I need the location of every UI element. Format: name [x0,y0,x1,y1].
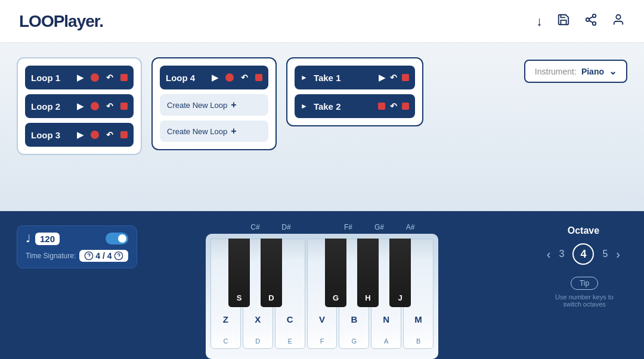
tip-section: Tip Use number keys to switch octaves [549,277,620,308]
sharp-label-d: D# [271,223,302,231]
header-icons: ↓ [536,13,625,30]
white-key-c-letter: Z [223,314,228,324]
octave-next-btn[interactable]: › [616,248,620,260]
take-1-play-btn[interactable]: ▶ [379,73,385,82]
loop-1-record-btn[interactable] [91,73,99,82]
bpm-value[interactable]: 120 [35,233,60,245]
loop-4-record-btn[interactable] [225,73,234,82]
black-key-as-letter: J [398,293,402,302]
take-1-delete-btn[interactable] [402,74,409,81]
main-bottom: ♩ 120 Time Signature: 4 / 4 C# D# F# G# … [0,211,644,359]
loop-1-rewind-btn[interactable]: ↶ [104,72,116,83]
plus-icon-2: + [231,126,236,137]
octave-prev-num: 3 [559,249,565,259]
loop-4-delete-btn[interactable] [255,74,262,81]
loop-4-play-btn[interactable]: ▶ [209,72,221,83]
loop-row-1: Loop 1 ▶ ↶ [25,66,134,89]
time-sig-label: Time Signature: [26,252,76,260]
black-key-ds[interactable]: D [261,239,282,307]
take-1-rewind-btn[interactable]: ↶ [390,73,397,82]
profile-icon[interactable] [612,13,625,30]
metronome-icon: ♩ [26,232,30,245]
sharp-label-a: A# [395,223,426,231]
black-key-cs-letter: S [237,293,242,302]
toggle-switch[interactable] [106,233,128,245]
loop-1-delete-btn[interactable] [120,74,128,81]
create-new-loop-btn-1[interactable]: Create New Loop + [160,94,268,116]
loop-3-delete-btn[interactable] [120,131,128,138]
create-new-loop-label-1: Create New Loop [167,101,227,110]
black-key-cs[interactable]: S [228,239,250,307]
loop-row-2: Loop 2 ▶ ↶ [25,94,134,118]
sharp-label-f: F# [333,223,364,231]
chevron-down-icon: ⌄ [609,66,617,77]
white-key-a-note: A [384,338,388,345]
take-2-stop-btn[interactable] [378,103,385,110]
create-new-loop-label-2: Create New Loop [167,127,227,136]
share-icon[interactable] [584,13,597,30]
download-icon[interactable]: ↓ [536,14,543,29]
take-1-name: Take 1 [314,73,374,83]
octave-controls: ‹ 3 4 5 › [547,243,620,265]
loop-2-name: Loop 2 [31,101,69,112]
loop-4-rewind-btn[interactable]: ↶ [239,72,250,83]
black-key-ds-letter: D [268,293,274,302]
sharp-label-c: C# [240,223,271,231]
time-sig-value[interactable]: 4 / 4 [79,250,128,262]
loop-2-delete-btn[interactable] [120,103,128,110]
white-key-a-letter: N [383,314,389,324]
time-sig-row: Time Signature: 4 / 4 [26,250,128,262]
plus-icon-1: + [231,100,236,110]
black-key-gs[interactable]: H [357,239,379,307]
logo: LOOPlayer. [19,12,103,31]
white-key-g-letter: B [351,314,357,324]
takes-group: ► Take 1 ▶ ↶ ► Take 2 ↶ [286,57,423,126]
white-key-e-note: E [287,338,292,345]
loop-4-name: Loop 4 [166,73,204,83]
take-row-2: ► Take 2 ↶ [295,94,415,118]
loop-3-record-btn[interactable] [91,131,99,139]
white-key-c-note: C [223,338,228,345]
svg-line-4 [589,16,593,18]
take-row-1: ► Take 1 ▶ ↶ [295,66,415,89]
loop-2-play-btn[interactable]: ▶ [74,100,86,112]
white-key-d-letter: X [255,314,261,324]
take-2-delete-btn[interactable] [402,103,409,110]
loop-3-rewind-btn[interactable]: ↶ [104,129,116,141]
black-key-as[interactable]: J [389,239,411,307]
loop-2-record-btn[interactable] [91,102,99,110]
controls-panel: ♩ 120 Time Signature: 4 / 4 [17,225,137,268]
octave-current: 4 [572,243,594,265]
save-icon[interactable] [557,13,570,30]
svg-point-0 [593,14,596,17]
loop-row-3: Loop 3 ▶ ↶ [25,123,134,147]
bpm-row: ♩ 120 [26,232,128,245]
chevron-take-2-icon: ► [301,102,308,110]
sharp-label-g: G# [364,223,395,231]
loop-2-rewind-btn[interactable]: ↶ [104,100,116,112]
instrument-dropdown[interactable]: Instrument: Piano ⌄ [524,60,627,83]
time-sig-text: 4 / 4 [95,251,112,261]
create-new-loop-btn-2[interactable]: Create New Loop + [160,120,268,142]
piano-keys: Z C X D C E V F B G [206,234,438,359]
black-key-gs-letter: H [365,293,370,302]
octave-next-num: 5 [602,249,608,259]
black-key-fs[interactable]: G [325,239,346,307]
loop-3-play-btn[interactable]: ▶ [74,129,86,141]
loop-1-play-btn[interactable]: ▶ [74,72,86,83]
sharp-labels: C# D# F# G# A# [218,223,426,231]
sharp-label-empty [302,223,333,231]
main-top: Loop 1 ▶ ↶ Loop 2 ▶ ↶ Loop 3 ▶ ↶ Loop 4 … [0,43,644,211]
svg-point-5 [616,14,620,18]
instrument-value: Piano [581,67,604,76]
loop-row-4: Loop 4 ▶ ↶ [160,66,268,89]
instrument-label: Instrument: [535,67,577,76]
take-2-rewind-btn[interactable]: ↶ [390,101,397,111]
white-key-b-letter: M [414,314,422,324]
octave-prev-btn[interactable]: ‹ [547,248,551,260]
svg-point-2 [593,21,596,24]
white-key-d-note: D [255,338,260,345]
instrument-selector[interactable]: Instrument: Piano ⌄ [524,60,627,83]
svg-point-1 [586,18,590,21]
white-key-f-note: F [320,338,324,345]
